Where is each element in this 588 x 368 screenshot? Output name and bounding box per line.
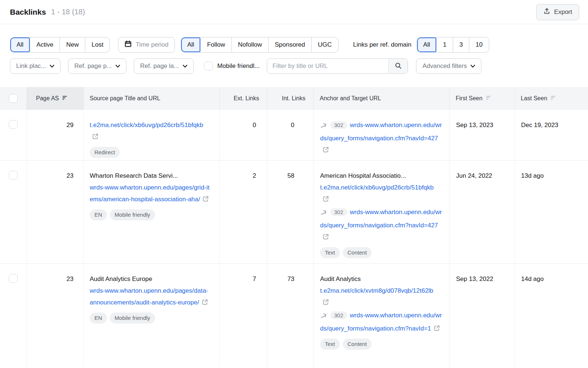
link-type-ugc[interactable]: UGC <box>311 37 338 52</box>
mobile-friendly-checkbox[interactable] <box>204 62 213 71</box>
external-link-icon[interactable] <box>433 324 440 336</box>
advanced-filters-label: Advanced filters <box>422 62 467 70</box>
header-checkbox-cell <box>0 87 26 110</box>
page-header: Backlinks 1 - 18 (18) Export <box>0 0 588 24</box>
row-checkbox[interactable] <box>9 274 18 283</box>
anchor-url-link[interactable]: t.e2ma.net/click/xvtm8g/d078vqb/12t62lb <box>320 287 433 294</box>
link-type-follow[interactable]: Follow <box>200 37 231 52</box>
source-page-title: Wharton Research Data Servi... <box>90 170 211 182</box>
badge-mobile-friendly: Mobile friendly <box>110 313 155 324</box>
link-type-filter: All Follow Nofollow Sponsored UGC <box>181 37 338 53</box>
external-link-icon[interactable] <box>202 195 209 206</box>
chevron-down-icon <box>115 62 120 70</box>
int-links-value: 0 <box>267 110 313 160</box>
badge-text: Text <box>320 339 340 350</box>
column-header-ext-links[interactable]: Ext. Links <box>219 87 267 110</box>
backlinks-table: Page AS Source page Title and URL Ext. L… <box>0 87 588 368</box>
source-url-link[interactable]: t.e2ma.net/click/xb6uvg/pd26crb/51bfqkb <box>90 122 203 129</box>
calendar-icon <box>124 40 132 50</box>
column-header-first-seen[interactable]: First Seen <box>449 87 514 110</box>
link-type-nofollow[interactable]: Nofollow <box>232 37 268 52</box>
last-seen-value: Dec 19, 2023 <box>514 110 588 160</box>
backlink-row: 23 Wharton Research Data Servi... wrds-w… <box>0 160 588 263</box>
mobile-friendly-label: Mobile friendl... <box>217 62 259 70</box>
external-link-icon[interactable] <box>322 298 329 310</box>
row-checkbox-cell <box>0 160 26 263</box>
ref-page-platform-dropdown[interactable]: Ref. page p... <box>68 58 126 74</box>
first-seen-value: Sep 13, 2022 <box>449 264 514 368</box>
external-link-icon[interactable] <box>92 132 99 144</box>
anchor-text: American Hospital Associatio... <box>320 170 442 182</box>
badge-language: EN <box>90 209 107 220</box>
source-url-link[interactable]: wrds-www.wharton.upenn.edu/pages/data-an… <box>90 287 208 306</box>
links-per-domain-10[interactable]: 10 <box>469 37 489 52</box>
column-header-source[interactable]: Source page Title and URL <box>83 87 219 110</box>
ref-page-language-label: Ref. page la... <box>140 62 179 70</box>
int-links-value: 73 <box>267 264 313 368</box>
anchor-url-link[interactable]: t.e2ma.net/click/xb6uvg/pd26crb/51bfqkb <box>320 184 434 191</box>
table-header-row: Page AS Source page Title and URL Ext. L… <box>0 87 588 110</box>
links-per-domain-filter: All 1 3 10 <box>417 37 490 53</box>
status-filter-new[interactable]: New <box>60 37 85 52</box>
chevron-down-icon <box>470 62 475 70</box>
links-per-domain-3[interactable]: 3 <box>453 37 469 52</box>
column-header-last-seen[interactable]: Last Seen <box>514 87 588 110</box>
badge-content: Content <box>343 247 372 258</box>
ref-page-language-dropdown[interactable]: Ref. page la... <box>134 58 194 74</box>
page-title: Backlinks <box>10 8 46 17</box>
column-header-anchor[interactable]: Anchor and Target URL <box>313 87 449 110</box>
ext-links-value: 0 <box>219 110 267 160</box>
external-link-icon[interactable] <box>201 298 208 310</box>
row-checkbox[interactable] <box>9 120 18 129</box>
ext-links-header-label: Ext. Links <box>234 95 259 102</box>
links-per-domain-label: Links per ref. domain <box>353 41 412 48</box>
page-as-value: 29 <box>26 110 83 160</box>
external-link-icon[interactable] <box>322 232 329 244</box>
external-link-icon[interactable] <box>322 195 329 206</box>
upload-icon <box>543 7 551 17</box>
ext-links-value: 2 <box>219 160 267 263</box>
badge-content: Content <box>343 339 372 350</box>
anchor-text: Audit Analytics <box>320 273 442 285</box>
sort-icon <box>62 95 68 102</box>
link-type-sponsored[interactable]: Sponsored <box>268 37 311 52</box>
chevron-down-icon <box>183 62 187 70</box>
page-as-value: 23 <box>26 160 83 263</box>
time-period-button[interactable]: Time period <box>118 37 175 53</box>
export-label: Export <box>554 8 572 16</box>
links-per-domain-all[interactable]: All <box>417 37 437 52</box>
redirect-code-badge: 302 <box>330 208 347 216</box>
last-seen-header-label: Last Seen <box>521 95 547 102</box>
links-per-domain-1[interactable]: 1 <box>436 37 452 52</box>
row-checkbox[interactable] <box>9 171 18 180</box>
status-filter-active[interactable]: Active <box>30 37 60 52</box>
badge-language: EN <box>90 313 107 324</box>
link-placement-dropdown[interactable]: Link plac... <box>10 58 61 74</box>
redirect-arrow-icon <box>320 121 328 133</box>
external-link-icon[interactable] <box>322 145 329 157</box>
search-button[interactable] <box>388 59 408 73</box>
first-seen-value: Jun 24, 2022 <box>449 160 514 263</box>
source-cell: Audit Analytics Europe wrds-www.wharton.… <box>83 264 219 368</box>
column-header-int-links[interactable]: Int. Links <box>267 87 313 110</box>
filter-bar-secondary: Link plac... Ref. page p... Ref. page la… <box>10 58 588 74</box>
status-filter-lost[interactable]: Lost <box>85 37 110 52</box>
export-button[interactable]: Export <box>536 4 579 20</box>
source-url-link[interactable]: wrds-www.wharton.upenn.edu/pages/grid-it… <box>90 184 209 203</box>
first-seen-value: Sep 13, 2023 <box>449 110 514 160</box>
column-header-page-as[interactable]: Page AS <box>26 87 83 110</box>
redirect-code-badge: 302 <box>330 121 347 129</box>
last-seen-value: 14d ago <box>514 264 588 368</box>
title-url-filter <box>267 58 408 74</box>
search-input[interactable] <box>267 59 388 73</box>
advanced-filters-dropdown[interactable]: Advanced filters <box>416 58 481 74</box>
filter-bar-primary: All Active New Lost Time period All Foll… <box>10 37 588 53</box>
page-as-value: 23 <box>26 264 83 368</box>
backlink-row: 29 t.e2ma.net/click/xb6uvg/pd26crb/51bfq… <box>0 110 588 160</box>
ext-links-value: 7 <box>219 264 267 368</box>
select-all-checkbox[interactable] <box>9 94 18 103</box>
row-checkbox-cell <box>0 264 26 368</box>
link-type-all[interactable]: All <box>181 37 201 52</box>
badge-redirect: Redirect <box>90 147 120 158</box>
status-filter-all[interactable]: All <box>10 37 30 52</box>
